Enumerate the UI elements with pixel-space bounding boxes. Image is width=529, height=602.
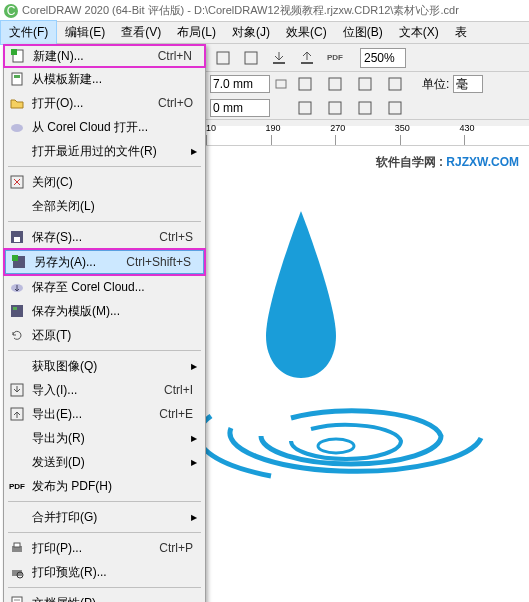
menu-label: 打印(P)... (32, 540, 159, 557)
menu-bar[interactable]: 文件(F) 编辑(E) 查看(V) 布局(L) 对象(J) 效果(C) 位图(B… (0, 22, 529, 44)
svg-rect-8 (329, 78, 341, 90)
preview-icon (8, 563, 26, 581)
menu-item-cloud-save[interactable]: 保存至 Corel Cloud... (4, 275, 205, 299)
menu-shortcut: Ctrl+N (158, 49, 192, 63)
tool-btn[interactable] (382, 71, 408, 97)
height-field[interactable]: 0 mm (210, 99, 270, 117)
blank-icon (8, 357, 26, 375)
svg-text:C: C (7, 4, 16, 18)
menu-view[interactable]: 查看(V) (113, 21, 169, 44)
file-menu-dropdown[interactable]: 新建(N)...Ctrl+N从模板新建...打开(O)...Ctrl+O从 Co… (3, 44, 206, 602)
menu-item-new[interactable]: 新建(N)...Ctrl+N (3, 44, 206, 68)
tool-btn[interactable] (352, 95, 378, 121)
menu-separator (8, 221, 201, 222)
svg-rect-9 (359, 78, 371, 90)
import-icon (8, 381, 26, 399)
save-icon (8, 228, 26, 246)
menu-separator (8, 166, 201, 167)
revert-icon (8, 326, 26, 344)
menu-label: 保存(S)... (32, 229, 159, 246)
blank-icon (8, 197, 26, 215)
menu-item-import[interactable]: 导入(I)...Ctrl+I (4, 378, 205, 402)
svg-rect-10 (389, 78, 401, 90)
menu-label: 新建(N)... (33, 48, 158, 65)
svg-rect-5 (301, 62, 313, 64)
menu-item-preview[interactable]: 打印预览(R)... (4, 560, 205, 584)
tool-btn[interactable] (238, 45, 264, 71)
svg-rect-2 (217, 52, 229, 64)
export-icon[interactable] (294, 45, 320, 71)
menu-label: 发送到(D) (32, 454, 191, 471)
menu-item-saveas[interactable]: 另存为(A)...Ctrl+Shift+S (5, 250, 204, 274)
svg-rect-23 (11, 49, 17, 55)
menu-item-close[interactable]: 关闭(C) (4, 170, 205, 194)
menu-item-props[interactable]: 文档属性(P)... (4, 591, 205, 602)
menu-table[interactable]: 表 (447, 21, 475, 44)
menu-label: 打开最近用过的文件(R) (32, 143, 191, 160)
menu-item-save-tpl[interactable]: 保存为模版(M)... (4, 299, 205, 323)
pdf-icon[interactable]: PDF (322, 45, 348, 71)
canvas[interactable]: 软件自学网 : RJZXW.COM (206, 146, 529, 602)
menu-item-19[interactable]: 发送到(D)▶ (4, 450, 205, 474)
window-title: CorelDRAW 2020 (64-Bit 评估版) - D:\CorelDR… (22, 3, 459, 18)
submenu-arrow-icon: ▶ (191, 362, 197, 371)
svg-rect-11 (299, 102, 311, 114)
aspect-lock-icon[interactable] (274, 74, 288, 94)
menu-item-open[interactable]: 打开(O)...Ctrl+O (4, 91, 205, 115)
svg-rect-24 (12, 73, 22, 85)
menu-item-recent[interactable]: 打开最近用过的文件(R)▶ (4, 139, 205, 163)
import-icon[interactable] (266, 45, 292, 71)
cloud-save-icon (8, 278, 26, 296)
menu-bitmap[interactable]: 位图(B) (335, 21, 391, 44)
width-field[interactable]: 7.0 mm (210, 75, 270, 93)
submenu-arrow-icon: ▶ (191, 434, 197, 443)
menu-item-15[interactable]: 获取图像(Q)▶ (4, 354, 205, 378)
menu-label: 导出为(R) (32, 430, 191, 447)
tool-btn[interactable] (352, 71, 378, 97)
menu-shortcut: Ctrl+I (164, 383, 193, 397)
menu-item-template[interactable]: 从模板新建... (4, 67, 205, 91)
menu-label: 从 Corel Cloud 打开... (32, 119, 201, 136)
menu-shortcut: Ctrl+E (159, 407, 193, 421)
zoom-input[interactable]: 250% (360, 48, 406, 68)
menu-separator (8, 501, 201, 502)
menu-effect[interactable]: 效果(C) (278, 21, 335, 44)
ruler: 110 190 270 350 430 (206, 126, 529, 146)
tool-btn[interactable] (382, 95, 408, 121)
tool-btn[interactable] (322, 95, 348, 121)
menu-label: 文档属性(P)... (32, 595, 201, 603)
open-icon (8, 94, 26, 112)
toolbar-1: PDF 250% (206, 44, 529, 72)
menu-item-revert[interactable]: 还原(T) (4, 323, 205, 347)
menu-item-7[interactable]: 全部关闭(L) (4, 194, 205, 218)
menu-file[interactable]: 文件(F) (0, 20, 57, 45)
menu-item-print[interactable]: 打印(P)...Ctrl+P (4, 536, 205, 560)
menu-shortcut: Ctrl+S (159, 230, 193, 244)
menu-item-cloud[interactable]: 从 Corel Cloud 打开... (4, 115, 205, 139)
submenu-arrow-icon: ▶ (191, 458, 197, 467)
menu-object[interactable]: 对象(J) (224, 21, 278, 44)
print-icon (8, 539, 26, 557)
menu-text[interactable]: 文本(X) (391, 21, 447, 44)
menu-label: 还原(T) (32, 327, 201, 344)
menu-edit[interactable]: 编辑(E) (57, 21, 113, 44)
blank-icon (8, 508, 26, 526)
menu-item-22[interactable]: 合并打印(G)▶ (4, 505, 205, 529)
menu-label: 保存为模版(M)... (32, 303, 201, 320)
tool-btn[interactable] (322, 71, 348, 97)
svg-rect-33 (11, 305, 23, 317)
menu-label: 发布为 PDF(H) (32, 478, 201, 495)
ripple-shape[interactable] (206, 356, 506, 556)
tool-btn[interactable] (210, 45, 236, 71)
menu-item-export[interactable]: 导出(E)...Ctrl+E (4, 402, 205, 426)
menu-item-save[interactable]: 保存(S)...Ctrl+S (4, 225, 205, 249)
menu-item-18[interactable]: 导出为(R)▶ (4, 426, 205, 450)
menu-label: 另存为(A)... (34, 254, 126, 271)
menu-item-pdf[interactable]: PDF发布为 PDF(H) (4, 474, 205, 498)
tool-btn[interactable] (292, 71, 318, 97)
submenu-arrow-icon: ▶ (191, 513, 197, 522)
menu-layout[interactable]: 布局(L) (169, 21, 224, 44)
unit-field[interactable]: 毫 (453, 75, 483, 93)
tool-btn[interactable] (292, 95, 318, 121)
title-bar: C CorelDRAW 2020 (64-Bit 评估版) - D:\Corel… (0, 0, 529, 22)
